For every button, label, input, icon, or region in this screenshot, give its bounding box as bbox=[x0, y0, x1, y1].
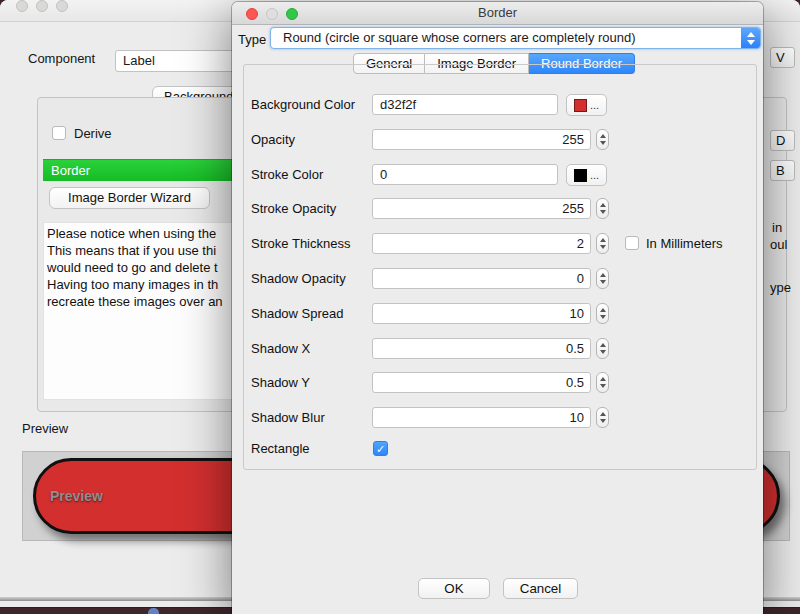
stroke-color-swatch-icon bbox=[574, 169, 587, 182]
stepper-up-icon bbox=[600, 134, 606, 138]
background-color-label: Background Color bbox=[251, 94, 355, 116]
stroke-thickness-label: Stroke Thickness bbox=[251, 233, 350, 255]
shadow-y-label: Shadow Y bbox=[251, 372, 310, 394]
ellipsis-icon: ... bbox=[590, 100, 599, 110]
stepper-up-icon bbox=[600, 343, 606, 347]
opacity-input[interactable]: 255 bbox=[372, 129, 591, 150]
stepper-down-icon bbox=[600, 384, 606, 388]
shadow-spread-input[interactable]: 10 bbox=[372, 303, 591, 324]
stroke-color-input[interactable]: 0 bbox=[372, 164, 558, 185]
stroke-opacity-stepper[interactable] bbox=[596, 198, 609, 219]
form-row-stroke-thickness: Stroke Thickness2In Millimeters bbox=[244, 233, 756, 255]
stepper-up-icon bbox=[600, 273, 606, 277]
type-label: Type bbox=[238, 29, 266, 51]
form-row-shadow-y: Shadow Y0.5 bbox=[244, 372, 756, 394]
clipped-button-b[interactable]: B bbox=[770, 160, 795, 181]
preview-shape-label: Preview bbox=[50, 488, 103, 504]
clipped-button-v[interactable]: V bbox=[770, 47, 795, 68]
component-combobox[interactable]: Label bbox=[115, 50, 240, 72]
form-row-stroke-opacity: Stroke Opacity255 bbox=[244, 198, 756, 220]
stroke-opacity-label: Stroke Opacity bbox=[251, 198, 336, 220]
stepper-up-icon bbox=[600, 203, 606, 207]
stroke-opacity-input[interactable]: 255 bbox=[372, 198, 591, 219]
shadow-spread-label: Shadow Spread bbox=[251, 303, 344, 325]
stroke-thickness-input[interactable]: 2 bbox=[372, 233, 591, 254]
form-row-rectangle: Rectangle✓ bbox=[244, 438, 756, 460]
shadow-x-label: Shadow X bbox=[251, 338, 310, 360]
stepper-up-icon bbox=[600, 412, 606, 416]
form-row-background-color: Background Colord32f2f... bbox=[244, 94, 756, 116]
rectangle-label: Rectangle bbox=[251, 438, 310, 460]
stepper-down-icon bbox=[600, 280, 606, 284]
screen: Component Label Background Derive Border… bbox=[0, 0, 800, 614]
stepper-down-icon bbox=[600, 419, 606, 423]
component-label: Component bbox=[28, 51, 95, 66]
derive-label: Derive bbox=[74, 126, 112, 141]
stepper-down-icon bbox=[600, 315, 606, 319]
shadow-blur-input[interactable]: 10 bbox=[372, 407, 591, 428]
rectangle-checkbox[interactable]: ✓ bbox=[373, 441, 388, 456]
preview-section-label: Preview bbox=[22, 421, 68, 436]
form-row-shadow-x: Shadow X0.5 bbox=[244, 338, 756, 360]
stepper-down-icon bbox=[600, 245, 606, 249]
type-combobox[interactable]: Round (circle or square whose corners ar… bbox=[270, 27, 761, 49]
opacity-label: Opacity bbox=[251, 129, 295, 151]
clipped-text-2: oul bbox=[770, 237, 787, 252]
zoom-icon[interactable] bbox=[56, 0, 68, 12]
opacity-stepper[interactable] bbox=[596, 129, 609, 150]
stepper-down-icon bbox=[600, 350, 606, 354]
stepper-up-icon bbox=[600, 238, 606, 242]
form-row-opacity: Opacity255 bbox=[244, 129, 756, 151]
form-row-stroke-color: Stroke Color0... bbox=[244, 164, 756, 186]
background-color-swatch-icon bbox=[574, 99, 587, 112]
shadow-opacity-stepper[interactable] bbox=[596, 268, 609, 289]
dialog-titlebar[interactable]: Border bbox=[232, 2, 763, 25]
shadow-spread-stepper[interactable] bbox=[596, 303, 609, 324]
shadow-y-stepper[interactable] bbox=[596, 372, 609, 393]
form-row-shadow-spread: Shadow Spread10 bbox=[244, 303, 756, 325]
shadow-blur-label: Shadow Blur bbox=[251, 407, 325, 429]
stroke-color-label: Stroke Color bbox=[251, 164, 323, 186]
stepper-down-icon bbox=[600, 141, 606, 145]
border-dialog: Border Type Round (circle or square whos… bbox=[232, 2, 763, 614]
shadow-y-input[interactable]: 0.5 bbox=[372, 372, 591, 393]
in-millimeters-label: In Millimeters bbox=[646, 233, 723, 255]
minimize-icon[interactable] bbox=[36, 0, 48, 12]
clipped-button-d[interactable]: D bbox=[770, 130, 795, 151]
shadow-blur-stepper[interactable] bbox=[596, 407, 609, 428]
background-color-picker-button[interactable]: ... bbox=[566, 94, 607, 116]
stepper-up-icon bbox=[600, 377, 606, 381]
shadow-x-input[interactable]: 0.5 bbox=[372, 338, 591, 359]
cancel-button[interactable]: Cancel bbox=[503, 578, 578, 599]
stroke-thickness-stepper[interactable] bbox=[596, 233, 609, 254]
shadow-x-stepper[interactable] bbox=[596, 338, 609, 359]
stroke-color-picker-button[interactable]: ... bbox=[566, 164, 607, 186]
ok-button[interactable]: OK bbox=[418, 578, 490, 599]
ellipsis-icon: ... bbox=[590, 170, 599, 180]
clipped-text-1: in bbox=[772, 220, 782, 235]
close-icon[interactable] bbox=[16, 0, 28, 12]
shadow-opacity-label: Shadow Opacity bbox=[251, 268, 346, 290]
in-millimeters-checkbox[interactable] bbox=[625, 236, 639, 250]
stepper-up-icon bbox=[600, 308, 606, 312]
form-row-shadow-opacity: Shadow Opacity0 bbox=[244, 268, 756, 290]
combobox-stepper-icon[interactable] bbox=[741, 27, 761, 49]
clipped-text-3: ype bbox=[770, 280, 791, 295]
derive-checkbox[interactable] bbox=[52, 126, 66, 140]
image-border-wizard-button[interactable]: Image Border Wizard bbox=[49, 187, 210, 209]
background-color-input[interactable]: d32f2f bbox=[372, 94, 558, 115]
type-combobox-value: Round (circle or square whose corners ar… bbox=[283, 30, 636, 45]
stepper-down-icon bbox=[600, 210, 606, 214]
shadow-opacity-input[interactable]: 0 bbox=[372, 268, 591, 289]
clipped-bottom-widget bbox=[148, 608, 159, 614]
form-row-shadow-blur: Shadow Blur10 bbox=[244, 407, 756, 429]
round-border-panel: Background Colord32f2f...Opacity255Strok… bbox=[243, 64, 757, 470]
dialog-title: Border bbox=[232, 2, 763, 24]
